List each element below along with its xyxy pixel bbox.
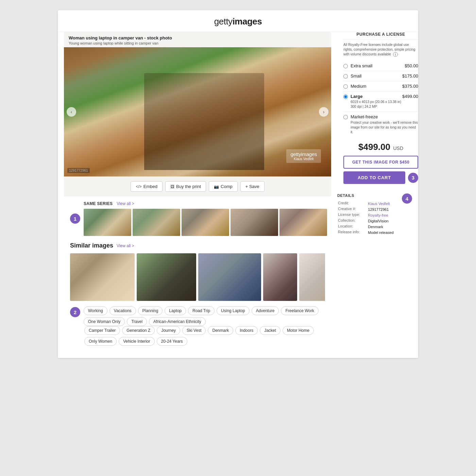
save-button[interactable]: + Save — [240, 181, 265, 192]
price-currency: USD — [393, 146, 403, 151]
image-title: Woman using laptop in camper van - stock… — [69, 35, 326, 40]
tag-only-women[interactable]: Only Women — [84, 337, 117, 346]
tag-generation-z[interactable]: Generation Z — [122, 326, 155, 335]
comp-button[interactable]: 📷 Comp — [209, 181, 238, 192]
same-series-section: 1 SAME SERIES View all > — [64, 197, 331, 236]
collection-label: Collection: — [338, 218, 367, 223]
tag-planning[interactable]: Planning — [138, 306, 163, 315]
comp-icon: 📷 — [214, 184, 219, 189]
next-arrow[interactable]: › — [319, 107, 328, 117]
similar-images-header: Similar images View all > — [70, 242, 325, 249]
license-detail-lg: 6019 x 4013 px (20.06 x 13.38 in)300 dpi… — [351, 100, 418, 109]
thumbnail-strip — [84, 209, 327, 236]
tag-indoors[interactable]: Indoors — [235, 326, 258, 335]
tag-vacations[interactable]: Vacations — [109, 306, 136, 315]
similar-image-1[interactable] — [70, 253, 135, 301]
license-price-xs: $50.00 — [405, 63, 418, 68]
license-radio-sm[interactable] — [343, 74, 348, 79]
image-subtitle: Young woman using laptop while sitting i… — [69, 41, 326, 45]
license-radio-mf[interactable] — [343, 115, 348, 119]
tag-adventure[interactable]: Adventure — [252, 306, 279, 315]
similar-image-3[interactable] — [198, 253, 261, 301]
license-radio-lg[interactable] — [343, 95, 348, 99]
thumbnail-3[interactable] — [182, 209, 229, 236]
prev-arrow[interactable]: ‹ — [67, 107, 76, 117]
tag-20-24-years[interactable]: 20-24 Years — [157, 337, 187, 346]
similar-image-2[interactable] — [137, 253, 196, 301]
similar-images-view-all[interactable]: View all > — [117, 243, 134, 248]
license-radio-md[interactable] — [343, 84, 348, 89]
license-label-sm: Small — [351, 73, 362, 79]
location-value: Denmark — [368, 224, 399, 229]
license-label-mf: Market-freeze — [351, 114, 378, 119]
license-price-sm: $175.00 — [402, 73, 418, 79]
action-buttons-bar: </> Embed 🖼 Buy the print 📷 Comp + Save — [64, 176, 331, 197]
similar-image-5[interactable] — [299, 253, 325, 301]
location-label: Location: — [338, 224, 367, 229]
purchase-title: PURCHASE A LICENSE — [343, 32, 418, 40]
license-price-md: $375.00 — [402, 84, 418, 89]
buy-print-button[interactable]: 🖼 Buy the print — [165, 181, 206, 192]
tag-african-american-ethnicity[interactable]: African-American Ethnicity — [149, 317, 206, 326]
credit-value[interactable]: Klaus Vedfelt — [368, 202, 390, 206]
tag-laptop[interactable]: Laptop — [165, 306, 186, 315]
embed-icon: </> — [136, 184, 141, 189]
add-to-cart-button[interactable]: ADD TO CART — [343, 171, 405, 184]
image-wrapper: gettyimages Klaus Vedfelt 1291772961 ‹ › — [64, 47, 331, 176]
tag-using-laptop[interactable]: Using Laptop — [217, 306, 250, 315]
print-icon: 🖼 — [170, 184, 174, 189]
tags-row-1: Working Vacations Planning Laptop Road T… — [84, 306, 325, 326]
tag-one-woman-only[interactable]: One Woman Only — [84, 317, 125, 326]
tag-road-trip[interactable]: Road Trip — [188, 306, 215, 315]
tag-travel[interactable]: Travel — [127, 317, 147, 326]
same-series-header: SAME SERIES View all > — [84, 201, 327, 206]
collection-value: DigitalVision — [368, 218, 399, 223]
thumbnail-5[interactable] — [279, 209, 327, 236]
photo-id: 1291772961 — [67, 168, 90, 173]
right-column: PURCHASE A LICENSE All Royalty-Free lice… — [337, 32, 412, 351]
license-price-lg: $499.00 — [402, 94, 418, 99]
page-header: gettyimages — [58, 10, 418, 32]
tag-journey[interactable]: Journey — [157, 326, 180, 335]
embed-button[interactable]: </> Embed — [131, 181, 163, 192]
license-type-value[interactable]: Royalty-free — [368, 213, 388, 217]
watermark-overlay: gettyimages Klaus Vedfelt — [286, 149, 321, 163]
tag-freelance-work[interactable]: Freelance Work — [281, 306, 318, 315]
get-image-button[interactable]: GET THIS IMAGE FOR $450 — [343, 156, 418, 169]
tag-ski-vest[interactable]: Ski Vest — [182, 326, 206, 335]
similar-images-section: Similar images View all > — [64, 236, 331, 301]
tag-denmark[interactable]: Denmark — [208, 326, 233, 335]
same-series-view-all[interactable]: View all > — [117, 201, 134, 206]
thumbnail-4[interactable] — [231, 209, 278, 236]
purchase-note: All Royalty-Free licenses include global… — [343, 42, 418, 57]
creative-value: 1291772961 — [368, 207, 399, 212]
details-title: DETAILS — [337, 193, 400, 198]
image-caption: Woman using laptop in camper van - stock… — [64, 32, 331, 47]
tag-jacket[interactable]: Jacket — [260, 326, 280, 335]
price-amount: $499.00 — [358, 142, 390, 152]
license-radio-xs[interactable] — [343, 64, 348, 68]
license-label-xs: Extra small — [351, 63, 372, 68]
left-column: Woman using laptop in camper van - stock… — [64, 32, 331, 351]
same-series-title: SAME SERIES — [84, 201, 113, 206]
watermark-logo: gettyimages — [290, 151, 317, 157]
details-panel: DETAILS Credit: Klaus Vedfelt Creative #… — [337, 193, 412, 236]
tags-row-2: Camper Trailer Generation Z Journey Ski … — [64, 326, 331, 351]
tag-camper-trailer[interactable]: Camper Trailer — [84, 326, 120, 335]
release-value: Model released — [368, 230, 399, 235]
annotation-badge-4: 4 — [402, 193, 412, 204]
tag-motor-home[interactable]: Motor Home — [283, 326, 314, 335]
annotation-badge-2: 2 — [70, 307, 80, 317]
tag-vehicle-interior[interactable]: Vehicle Interior — [119, 337, 154, 346]
thumbnail-2[interactable] — [133, 209, 180, 236]
thumbnail-1[interactable] — [84, 209, 131, 236]
license-option-sm: Small $175.00 — [343, 71, 418, 81]
license-option-xs: Extra small $50.00 — [343, 61, 418, 71]
details-table: Credit: Klaus Vedfelt Creative #: 129177… — [337, 200, 400, 236]
similar-images-grid — [70, 253, 325, 301]
similar-images-title: Similar images — [70, 242, 113, 249]
similar-image-4[interactable] — [263, 253, 297, 301]
tag-working[interactable]: Working — [84, 306, 107, 315]
site-logo: gettyimages — [58, 16, 418, 27]
license-label-lg: Large — [351, 94, 362, 99]
